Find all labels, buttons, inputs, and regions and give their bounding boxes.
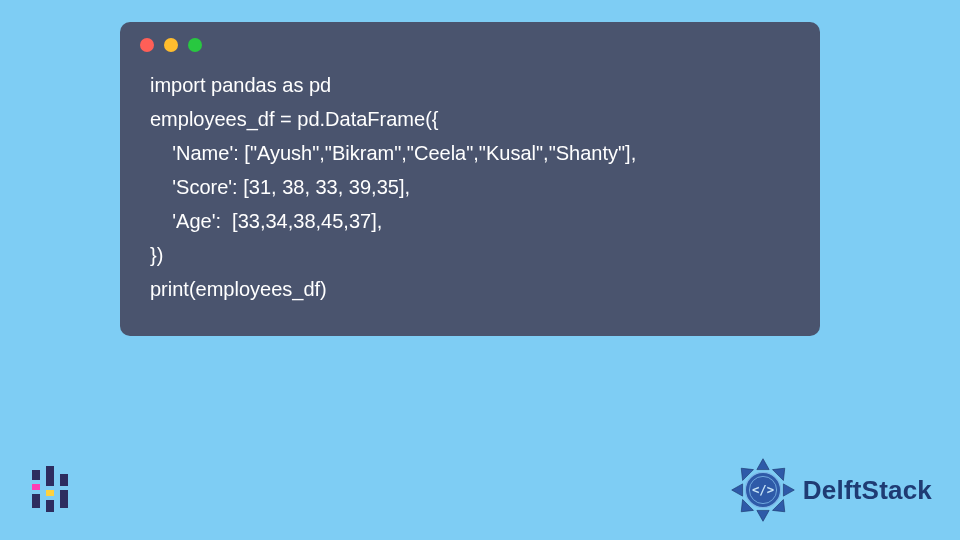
- svg-rect-7: [60, 490, 68, 508]
- brand-seal-icon: </>: [729, 456, 797, 524]
- svg-marker-8: [757, 459, 769, 470]
- brand-logo: </> DelftStack: [729, 456, 932, 524]
- window-titlebar: [120, 22, 820, 60]
- window-close-dot: [140, 38, 154, 52]
- svg-rect-0: [32, 470, 40, 480]
- window-minimize-dot: [164, 38, 178, 52]
- svg-rect-3: [46, 466, 54, 486]
- svg-rect-4: [46, 490, 54, 496]
- left-logo-icon: [28, 466, 74, 516]
- code-line: print(employees_df): [150, 272, 790, 306]
- code-line: employees_df = pd.DataFrame({: [150, 102, 790, 136]
- svg-rect-6: [60, 474, 68, 486]
- code-line: 'Score': [31, 38, 33, 39,35],: [150, 170, 790, 204]
- code-line: 'Age': [33,34,38,45,37],: [150, 204, 790, 238]
- brand-name: DelftStack: [803, 475, 932, 506]
- svg-marker-10: [783, 484, 794, 496]
- window-maximize-dot: [188, 38, 202, 52]
- code-line: }): [150, 238, 790, 272]
- code-body: import pandas as pd employees_df = pd.Da…: [120, 60, 820, 324]
- svg-marker-14: [732, 484, 743, 496]
- svg-rect-5: [46, 500, 54, 512]
- svg-rect-1: [32, 484, 40, 490]
- code-line: import pandas as pd: [150, 68, 790, 102]
- svg-text:</>: </>: [752, 483, 774, 497]
- code-line: 'Name': ["Ayush","Bikram","Ceela","Kusal…: [150, 136, 790, 170]
- code-window: import pandas as pd employees_df = pd.Da…: [120, 22, 820, 336]
- svg-rect-2: [32, 494, 40, 508]
- svg-marker-12: [757, 510, 769, 521]
